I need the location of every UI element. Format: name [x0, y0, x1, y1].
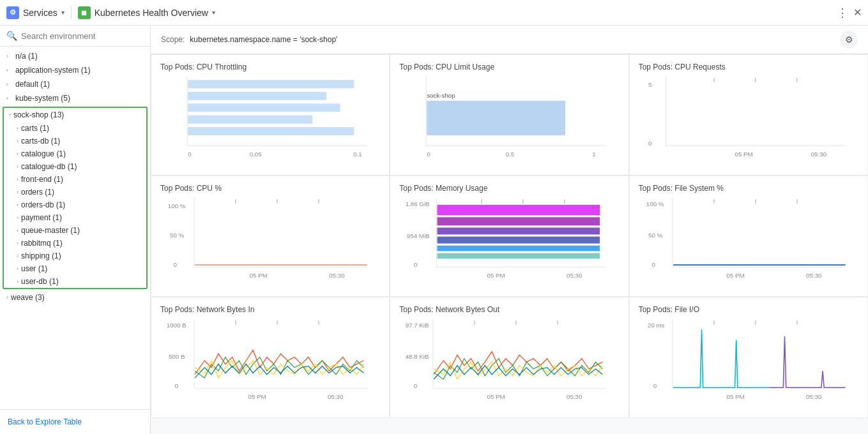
svg-text:50 %: 50 %: [170, 232, 185, 239]
svg-text:05 PM: 05 PM: [250, 272, 268, 279]
settings-button[interactable]: ⚙: [840, 31, 858, 49]
svg-text:50 %: 50 %: [648, 232, 663, 239]
svg-text:5: 5: [648, 81, 652, 88]
chart-title: Top Pods: File System %: [639, 184, 858, 193]
sidebar-item-label: n/a (1): [15, 52, 38, 61]
chart-svg: 100 % 50 % 0 05 PM 05:30: [639, 198, 858, 281]
svg-text:954 MiB: 954 MiB: [407, 232, 430, 239]
top-bar-divider: [71, 6, 72, 19]
top-bar: ⚙ Services ▾ ▦ Kubernetes Health Overvie…: [0, 0, 868, 26]
svg-text:05:30: 05:30: [806, 393, 822, 400]
chart-net-bytes-in: Top Pods: Network Bytes In 1000 B 500 B …: [151, 297, 390, 418]
svg-text:05 PM: 05 PM: [735, 151, 752, 158]
more-options-button[interactable]: ⋮: [837, 6, 848, 20]
chart-svg: 1000 B 500 B 0 05 PM 0: [160, 319, 380, 402]
services-title: Services: [23, 8, 57, 18]
scope-value: kubernetes.namespace.name = 'sock-shop': [190, 35, 337, 44]
sidebar-item-label: application-system (1): [15, 66, 90, 75]
svg-text:100 %: 100 %: [168, 202, 186, 209]
chevron-icon: ›: [6, 67, 13, 73]
svg-text:05:30: 05:30: [806, 272, 822, 279]
svg-text:05:30: 05:30: [567, 272, 582, 279]
chevron-icon: ›: [17, 151, 19, 157]
chart-title: Top Pods: CPU %: [160, 184, 380, 193]
sidebar-item-weave[interactable]: › weave (3): [0, 290, 150, 304]
svg-text:05 PM: 05 PM: [487, 272, 505, 279]
svg-rect-45: [438, 246, 600, 251]
sidebar-item-sock-shop[interactable]: › sock-shop (13): [4, 108, 146, 122]
sidebar-item-queue-master[interactable]: ›queue-master (1): [11, 224, 146, 237]
dashboard-chevron-icon[interactable]: ▾: [212, 9, 215, 16]
sidebar-items: › n/a (1) › application-system (1) › def…: [0, 47, 150, 409]
svg-text:05:30: 05:30: [811, 151, 826, 158]
chart-area: 5 0 05 PM 05:30: [639, 77, 858, 160]
sidebar-item-catalogue[interactable]: ›catalogue (1): [11, 147, 146, 160]
svg-rect-3: [188, 92, 326, 100]
chart-cpu-requests: Top Pods: CPU Requests 5 0 05 PM 05:30: [629, 54, 868, 176]
chevron-icon: ›: [17, 240, 19, 246]
dashboard-title: Kubernetes Health Overview: [95, 8, 208, 18]
svg-rect-43: [438, 228, 600, 235]
svg-text:0: 0: [414, 382, 418, 389]
services-section: ⚙ Services ▾ ▦ Kubernetes Health Overvie…: [6, 6, 215, 19]
chart-net-bytes-out: Top Pods: Network Bytes Out 97.7 KiB 48.…: [390, 297, 628, 418]
chart-filesystem: Top Pods: File System % 100 % 50 % 0: [629, 176, 868, 297]
back-to-explore-link[interactable]: Back to Explore Table: [0, 412, 150, 431]
search-box[interactable]: 🔍: [0, 26, 150, 47]
close-button[interactable]: ✕: [853, 6, 862, 19]
svg-text:1.86 GiB: 1.86 GiB: [406, 200, 430, 207]
sidebar-item-catalogue-db[interactable]: ›catalogue-db (1): [11, 160, 146, 173]
sidebar-item-rabbitmq[interactable]: ›rabbitmq (1): [11, 237, 146, 250]
sidebar-item-user-db[interactable]: ›user-db (1): [11, 275, 146, 288]
svg-text:05 PM: 05 PM: [487, 393, 505, 400]
search-input[interactable]: [21, 31, 144, 41]
chart-memory: Top Pods: Memory Usage 1.86 GiB 954 MiB …: [390, 176, 628, 297]
weave-label: weave (3): [11, 293, 45, 302]
svg-text:sock-shop: sock-shop: [427, 92, 456, 99]
chevron-icon: ›: [6, 294, 8, 301]
sidebar-item-orders[interactable]: ›orders (1): [11, 186, 146, 198]
sidebar-item-orders-db[interactable]: ›orders-db (1): [11, 198, 146, 211]
chart-svg: 97.7 KiB 48.8 KiB 0 05 PM: [399, 319, 619, 402]
svg-text:05 PM: 05 PM: [726, 272, 744, 279]
sock-shop-label: sock-shop (13): [13, 110, 64, 119]
sidebar-item-default[interactable]: › default (1): [0, 77, 150, 91]
sidebar-item-shipping[interactable]: ›shipping (1): [11, 250, 146, 262]
sidebar-item-carts[interactable]: ›carts (1): [11, 122, 146, 135]
svg-rect-5: [188, 116, 312, 124]
svg-text:0: 0: [651, 261, 655, 268]
svg-text:0: 0: [427, 151, 431, 158]
sidebar-bottom: Back to Explore Table: [0, 409, 150, 434]
sidebar-item-carts-db[interactable]: ›carts-db (1): [11, 135, 146, 147]
chart-svg: sock-shop 0 0.5 1: [399, 77, 619, 160]
svg-text:05 PM: 05 PM: [248, 393, 266, 400]
chart-cpu-limit: Top Pods: CPU Limit Usage sock-shop 0 0.…: [390, 54, 628, 176]
svg-text:1: 1: [592, 151, 595, 158]
svg-rect-4: [188, 103, 340, 112]
sidebar-item-user[interactable]: ›user (1): [11, 262, 146, 275]
sidebar-item-application-system[interactable]: › application-system (1): [0, 63, 150, 77]
chart-title: Top Pods: CPU Throttling: [160, 63, 380, 71]
chevron-icon: ›: [6, 95, 13, 101]
chart-title: Top Pods: CPU Limit Usage: [399, 63, 619, 71]
chart-area: 1000 B 500 B 0 05 PM 0: [160, 319, 380, 402]
top-bar-actions: ⋮ ✕: [837, 6, 862, 20]
services-chevron-icon[interactable]: ▾: [61, 9, 65, 16]
chart-file-io: Top Pods: File I/O 20 ms 0: [629, 297, 868, 418]
sidebar-item-front-end[interactable]: ›front-end (1): [11, 173, 146, 186]
svg-text:0.5: 0.5: [506, 151, 515, 158]
chevron-icon: ›: [17, 214, 19, 221]
sidebar-item-kube-system[interactable]: › kube-system (5): [0, 91, 150, 105]
svg-text:05:30: 05:30: [328, 393, 344, 400]
svg-text:100 %: 100 %: [646, 200, 664, 207]
chart-svg: 20 ms 0 05 PM 05:30: [639, 319, 858, 402]
svg-text:0.1: 0.1: [353, 151, 362, 158]
svg-rect-6: [188, 127, 354, 135]
chevron-icon: ›: [17, 266, 19, 272]
scope-bar: Scope: kubernetes.namespace.name = 'sock…: [151, 26, 868, 54]
chart-area: 100 % 50 % 0 05 PM 05:30: [639, 198, 858, 281]
sidebar-item-na[interactable]: › n/a (1): [0, 49, 150, 63]
svg-text:500 B: 500 B: [169, 353, 185, 360]
sidebar-item-payment[interactable]: ›payment (1): [11, 211, 146, 224]
svg-text:05:30: 05:30: [329, 272, 345, 279]
